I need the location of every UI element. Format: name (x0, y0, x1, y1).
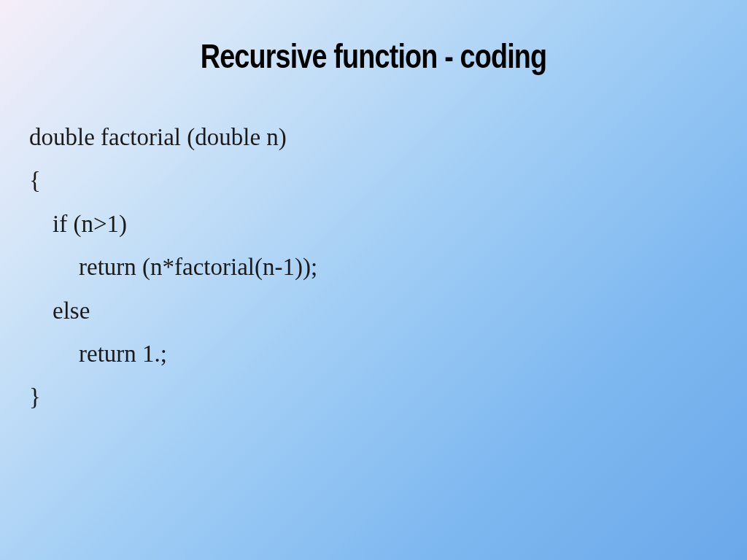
code-line-2: { (29, 159, 718, 202)
code-block: double factorial (double n) { if (n>1) r… (29, 116, 718, 419)
slide-title: Recursive function - coding (91, 36, 656, 76)
code-line-6: return 1.; (29, 332, 718, 376)
code-line-7: } (29, 376, 718, 419)
code-line-3: if (n>1) (29, 203, 718, 246)
code-line-4: return (n*factorial(n-1)); (29, 246, 718, 289)
presentation-slide: Recursive function - coding double facto… (0, 0, 747, 560)
code-line-5: else (29, 289, 718, 332)
code-line-1: double factorial (double n) (29, 116, 718, 159)
